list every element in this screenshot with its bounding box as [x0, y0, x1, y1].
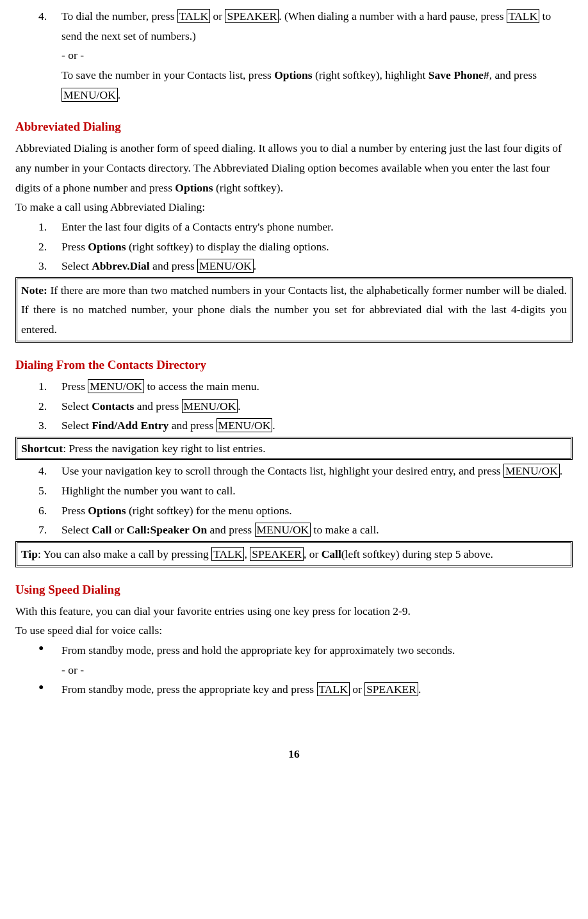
key-menuok: MENU/OK: [255, 523, 311, 537]
contacts-dial-list-cont: 4. Use your navigation key to scroll thr…: [15, 461, 573, 540]
heading-dialing-from-contacts: Dialing From the Contacts Directory: [15, 354, 573, 375]
item-text: Enter the last four digits of a Contacts…: [61, 217, 573, 237]
bold-options: Options: [274, 69, 312, 81]
text: Press: [61, 504, 88, 517]
item-number: 7.: [38, 520, 61, 540]
text: From standby mode, press the appropriate…: [61, 683, 317, 695]
item-number: 4.: [38, 461, 61, 481]
paragraph: To use speed dial for voice calls:: [15, 621, 573, 640]
bold-savephone: Save Phone#: [429, 69, 489, 81]
list-item: 3. Select Abbrev.Dial and press MENU/OK.: [38, 256, 573, 276]
item-number: 3.: [38, 256, 61, 276]
tip-label: Tip: [21, 548, 38, 560]
item-text: Press Options (right softkey) to display…: [61, 237, 573, 257]
item-text: Press Options (right softkey) for the me…: [61, 501, 573, 521]
text: Select: [61, 419, 92, 432]
bullet-item: ● From standby mode, press and hold the …: [38, 640, 573, 679]
paragraph: With this feature, you can dial your fav…: [15, 601, 573, 621]
bold-options: Options: [88, 240, 126, 253]
note-label: Note:: [21, 284, 47, 297]
heading-using-speed-dialing: Using Speed Dialing: [15, 579, 573, 600]
text: or: [210, 10, 225, 22]
bold-call: Call: [322, 548, 341, 560]
list-item: 6. Press Options (right softkey) for the…: [38, 501, 573, 521]
text: Press: [61, 380, 88, 393]
item-number: 1.: [38, 377, 61, 396]
text: ,: [244, 548, 250, 560]
speed-dial-bullets: ● From standby mode, press and hold the …: [15, 640, 573, 699]
text: and press: [134, 400, 181, 412]
item-text: Select Call or Call:Speaker On and press…: [61, 520, 573, 540]
bullet-icon: ●: [38, 640, 61, 679]
list-item: 3. Select Find/Add Entry and press MENU/…: [38, 416, 573, 435]
item-number: 4.: [38, 6, 61, 104]
list-item: 2. Press Options (right softkey) to disp…: [38, 237, 573, 257]
key-talk: TALK: [177, 9, 210, 23]
intro-list-continued: 4. To dial the number, press TALK or SPE…: [15, 6, 573, 104]
or-separator: - or -: [61, 45, 573, 65]
item-text: Use your navigation key to scroll throug…: [61, 461, 573, 481]
text: (left softkey) during step 5 above.: [341, 548, 493, 560]
item-number: 1.: [38, 217, 61, 237]
item-text: Select Find/Add Entry and press MENU/OK.: [61, 416, 573, 435]
text: .: [254, 259, 256, 272]
text: , or: [304, 548, 322, 560]
text: , and press: [489, 69, 537, 81]
bold-contacts: Contacts: [92, 400, 134, 412]
bullet-text: From standby mode, press and hold the ap…: [61, 640, 573, 679]
item-number: 2.: [38, 396, 61, 416]
text: .: [418, 683, 421, 695]
text: (right softkey) for the menu options.: [126, 504, 292, 517]
text: or: [111, 523, 126, 536]
list-item: 2. Select Contacts and press MENU/OK.: [38, 396, 573, 416]
text: (right softkey).: [213, 181, 283, 194]
key-menuok: MENU/OK: [61, 88, 118, 102]
text: .: [118, 88, 120, 101]
key-menuok: MENU/OK: [182, 399, 238, 413]
text: and press: [207, 523, 254, 536]
text: and press: [168, 419, 216, 432]
text: From standby mode, press and hold the ap…: [61, 644, 455, 656]
list-item: 7. Select Call or Call:Speaker On and pr…: [38, 520, 573, 540]
page-number: 16: [15, 744, 573, 764]
list-item: 1. Enter the last four digits of a Conta…: [38, 217, 573, 237]
key-menuok: MENU/OK: [88, 379, 144, 393]
key-menuok: MENU/OK: [503, 464, 560, 478]
key-talk: TALK: [211, 547, 244, 561]
note-text: If there are more than two matched numbe…: [21, 284, 567, 336]
text: : You can also make a call by pressing: [38, 548, 211, 560]
item-number: 3.: [38, 416, 61, 435]
text: .: [238, 400, 240, 412]
bullet-icon: ●: [38, 679, 61, 699]
item-number: 2.: [38, 237, 61, 257]
bold-options: Options: [88, 504, 126, 517]
text: Abbreviated Dialing is another form of s…: [15, 142, 562, 193]
text: (right softkey), highlight: [313, 69, 429, 81]
key-talk: TALK: [507, 9, 539, 23]
item-text: Press MENU/OK to access the main menu.: [61, 377, 573, 396]
bold-findadd: Find/Add Entry: [92, 419, 168, 432]
list-item: 1. Press MENU/OK to access the main menu…: [38, 377, 573, 396]
contacts-dial-list: 1. Press MENU/OK to access the main menu…: [15, 377, 573, 435]
paragraph: Abbreviated Dialing is another form of s…: [15, 138, 573, 197]
list-item: 4. Use your navigation key to scroll thr…: [38, 461, 573, 481]
key-talk: TALK: [317, 682, 350, 696]
bullet-text: From standby mode, press the appropriate…: [61, 679, 573, 699]
text: . (When dialing a number with a hard pau…: [279, 10, 507, 22]
bold-call: Call: [92, 523, 111, 536]
shortcut-callout: Shortcut: Press the navigation key right…: [15, 437, 573, 460]
text: (right softkey) to display the dialing o…: [126, 240, 329, 253]
text: Use your navigation key to scroll throug…: [61, 464, 503, 477]
paragraph: To make a call using Abbreviated Dialing…: [15, 197, 573, 217]
list-item: 5. Highlight the number you want to call…: [38, 481, 573, 501]
text: to access the main menu.: [144, 380, 259, 393]
text: Select: [61, 259, 92, 272]
or-separator: - or -: [61, 660, 573, 680]
key-menuok: MENU/OK: [197, 259, 254, 273]
text: Press: [61, 240, 88, 253]
key-menuok: MENU/OK: [216, 418, 273, 432]
note-callout: Note: If there are more than two matched…: [15, 277, 573, 343]
heading-abbreviated-dialing: Abbreviated Dialing: [15, 116, 573, 137]
abbrev-dial-list: 1. Enter the last four digits of a Conta…: [15, 217, 573, 276]
text: Select: [61, 523, 92, 536]
